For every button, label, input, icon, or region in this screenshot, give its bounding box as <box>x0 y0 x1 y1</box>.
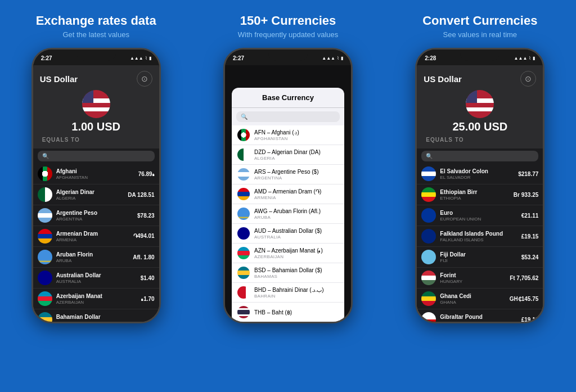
currency-value: £19.15 <box>521 233 539 240</box>
table-row[interactable]: Afghani AFGHANISTAN 76.89₼ <box>33 164 159 184</box>
row-info: El Salvador Colon EL SALVADOR <box>440 168 514 181</box>
modal-currency-info: AFN – Afghani (؋) AFGHANISTAN <box>254 129 339 141</box>
search-bar-1[interactable]: 🔍 <box>38 151 155 161</box>
row-info: Azerbaijan Manat AZERBAIJAN <box>56 293 138 305</box>
compass-button-1[interactable]: ⊙ <box>137 71 152 87</box>
screen-header-3: US Dollar ⊙ 25.00 USD EQUALS TO <box>417 65 543 148</box>
modal-currency-code: ARS – Argentine Peso ($) <box>254 168 339 175</box>
currency-country: GHANA <box>440 300 505 305</box>
table-row[interactable]: Aruban Florin ARUBA Afl. 1.80 <box>33 247 159 268</box>
table-row[interactable]: Armenian Dram ARMENIA ֏494.01 <box>33 226 159 247</box>
panel2-subtitle: With frequently updated values <box>238 30 339 39</box>
modal-country: ARMENIA <box>254 195 339 200</box>
list-item[interactable]: BSD – Bahamian Dollar ($) BAHAMAS <box>232 263 344 283</box>
currency-value: 76.89₼ <box>138 171 155 177</box>
signal-icon: ▲▲▲ <box>130 56 143 61</box>
header-top-3: US Dollar ⊙ <box>424 71 536 87</box>
currency-country: AUSTRALIA <box>56 279 137 285</box>
list-item[interactable]: AWG – Aruban Florin (Afl.) ARUBA <box>232 204 344 224</box>
currency-value: Ft 7,705.62 <box>510 275 538 281</box>
list-item[interactable]: AMD – Armenian Dram (֏) ARMENIA <box>232 184 344 204</box>
modal-currency-info: AMD – Armenian Dram (֏) ARMENIA <box>254 188 339 200</box>
flag-icon <box>237 247 250 259</box>
table-row[interactable]: Fiji Dollar FIJI $53.24 <box>417 247 543 268</box>
currency-value: $218.77 <box>518 171 538 177</box>
table-row[interactable]: Azerbaijan Manat AZERBAIJAN ₼1.70 <box>33 289 159 309</box>
currency-value: --- <box>149 317 155 322</box>
list-item[interactable]: AZN – Azerbaijan Manat (₼) AZERBAIJAN <box>232 244 344 263</box>
currency-country: EL SALVADOR <box>440 175 514 181</box>
table-row[interactable]: Argentine Peso ARGENTINA $78.23 <box>33 205 159 226</box>
modal-overlay: Base Currency 🔍 AFN – Afghani (؋) AFGHAN… <box>225 65 351 322</box>
amount-display-1: 1.00 USD <box>71 120 120 133</box>
list-item[interactable]: BHD – Bahraini Dinar (.ب.د) BAHRAIN <box>232 283 344 303</box>
search-bar-3[interactable]: 🔍 <box>421 151 538 161</box>
screen-1: US Dollar ⊙ 1.00 USD EQUALS TO 🔍 Afghani… <box>33 65 159 322</box>
currency-name: Algerian Dinar <box>56 189 124 196</box>
table-row[interactable]: Falkland Islands Pound FALKLAND ISLANDS … <box>417 226 543 247</box>
row-info: Euro EUROPEAN UNION <box>440 210 517 222</box>
notch-1 <box>76 49 116 61</box>
currency-value: ֏494.01 <box>133 233 155 240</box>
signal-icon: ▲▲▲ <box>322 56 335 61</box>
list-item[interactable]: AFN – Afghani (؋) AFGHANISTAN <box>232 125 344 145</box>
flag-azerbaijan <box>38 291 52 306</box>
flag-australia <box>38 271 52 285</box>
flag-icon <box>237 227 250 240</box>
list-item[interactable]: ARS – Argentine Peso ($) ARGENTINA <box>232 165 344 184</box>
table-row[interactable]: Ghana Cedi GHANA GH₵145.75 <box>417 289 543 309</box>
row-info: Fiji Dollar FIJI <box>440 251 517 264</box>
phone-2: 2:27 ▲▲▲ ⌇ ▮ Base Currency 🔍 <box>223 48 353 323</box>
table-row[interactable]: Australian Dollar AUSTRALIA $1.40 <box>33 268 159 289</box>
currency-value: ₼1.70 <box>141 296 154 302</box>
table-row[interactable]: Ethiopian Birr ETHIOPIA Br 933.25 <box>417 184 543 205</box>
table-row[interactable]: Bahamian Dollar BAHAMAS --- <box>33 309 159 322</box>
table-row[interactable]: Euro EUROPEAN UNION €21.11 <box>417 205 543 226</box>
row-info: Forint HUNGARY <box>440 272 506 285</box>
flag-icon <box>237 168 250 181</box>
modal-country: ALGERIA <box>254 156 339 161</box>
currency-value: $1.40 <box>141 275 155 281</box>
flag-hungary <box>421 271 436 285</box>
list-item[interactable]: DZD – Algerian Dinar (DA) ALGERIA <box>232 145 344 165</box>
table-row[interactable]: Algerian Dinar ALGERIA DA 128.51 <box>33 184 159 205</box>
currency-name: Forint <box>440 272 506 279</box>
status-bar-2: 2:27 ▲▲▲ ⌇ ▮ <box>225 49 351 65</box>
currency-country: AZERBAIJAN <box>56 300 138 305</box>
table-row[interactable]: Gibraltar Pound GIBRALTAR £19.15 <box>417 309 543 322</box>
modal-currency-info: BHD – Bahraini Dinar (.ب.د) BAHRAIN <box>254 286 339 299</box>
table-row[interactable]: Forint HUNGARY Ft 7,705.62 <box>417 268 543 289</box>
search-icon-1: 🔍 <box>42 153 49 159</box>
modal-currency-info: DZD – Algerian Dinar (DA) ALGERIA <box>254 148 339 161</box>
modal-country: AUSTRALIA <box>254 235 339 240</box>
modal-country: AZERBAIJAN <box>254 254 339 259</box>
compass-button-3[interactable]: ⊙ <box>520 71 536 87</box>
currency-country: EUROPEAN UNION <box>440 217 517 222</box>
flag-ghana <box>421 291 436 306</box>
flag-icon <box>237 208 250 220</box>
currency-name: Argentine Peso <box>56 210 133 217</box>
battery-icon: ▮ <box>341 56 343 61</box>
battery-icon: ▮ <box>533 56 535 61</box>
currency-name: Afghani <box>56 168 134 175</box>
list-item[interactable]: THB – Baht (฿) <box>232 303 344 322</box>
wifi-icon: ⌇ <box>529 56 531 61</box>
row-info: Bahamian Dollar BAHAMAS <box>56 314 145 322</box>
flag-eu <box>421 208 436 223</box>
panel-exchange-rates: Exchange rates data Get the latest value… <box>0 0 192 392</box>
modal-search-bar[interactable]: 🔍 <box>236 111 340 122</box>
table-row[interactable]: El Salvador Colon EL SALVADOR $218.77 <box>417 164 543 184</box>
list-item[interactable]: AUD – Australian Dollar ($) AUSTRALIA <box>232 224 344 244</box>
row-info: Gibraltar Pound GIBRALTAR <box>440 314 517 322</box>
currency-name: Armenian Dram <box>56 231 129 237</box>
currency-list-3: El Salvador Colon EL SALVADOR $218.77 Et… <box>417 164 543 322</box>
flag-icon <box>237 129 250 141</box>
flag-icon <box>237 286 250 299</box>
currency-label-3: US Dollar <box>424 74 462 84</box>
amount-display-3: 25.00 USD <box>452 120 507 133</box>
panel3-title: Convert Currencies <box>422 13 537 28</box>
currency-label-1: US Dollar <box>40 74 78 84</box>
currency-name: Ghana Cedi <box>440 293 505 300</box>
modal-currency-code: BHD – Bahraini Dinar (.ب.د) <box>254 286 339 294</box>
flag-aruba <box>38 250 52 264</box>
